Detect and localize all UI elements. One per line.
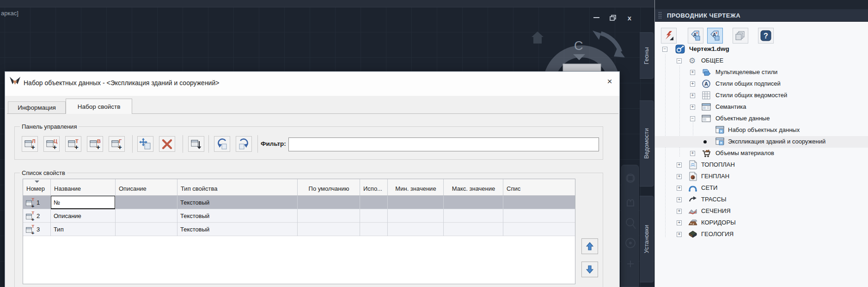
add-logical-property-button[interactable]: Л + xyxy=(22,136,38,152)
column-header-usage[interactable]: Испо... xyxy=(360,179,388,196)
tree-item-мультицелевые-стили[interactable]: +Мультицелевые стили xyxy=(655,67,868,78)
cell-name[interactable]: Тип xyxy=(51,223,116,236)
dialog-close-button[interactable]: × xyxy=(603,75,616,87)
tree-item-объектные-данные[interactable]: −Объектные данные xyxy=(655,113,868,125)
tree-item-генплан[interactable]: +ГЕНПЛАН xyxy=(655,171,868,182)
column-header-name[interactable]: Название xyxy=(51,179,116,196)
tree-item-семантика[interactable]: +Семантика xyxy=(655,101,868,113)
expand-icon[interactable]: + xyxy=(677,186,682,191)
name-edit-cell[interactable]: № xyxy=(51,196,116,209)
expand-icon[interactable]: + xyxy=(677,162,682,168)
dialog-title-bar[interactable]: Набор объектных данных - <Экспликация зд… xyxy=(5,72,619,96)
expand-icon[interactable]: + xyxy=(677,209,682,214)
close-window-button[interactable]: x xyxy=(625,14,634,21)
cell-default[interactable] xyxy=(298,209,360,223)
filter-input[interactable] xyxy=(288,137,599,151)
expand-icon[interactable]: + xyxy=(677,174,682,179)
cell-description[interactable] xyxy=(116,223,177,236)
cell-usage[interactable] xyxy=(360,196,388,209)
cell-name[interactable]: Описание xyxy=(51,209,116,223)
cell-max[interactable] xyxy=(444,196,503,209)
expand-icon[interactable]: + xyxy=(690,105,695,110)
tab-property-set[interactable]: Набор свойств xyxy=(66,99,132,114)
cell-min[interactable] xyxy=(388,196,444,209)
restore-button[interactable] xyxy=(609,14,617,21)
column-header-max[interactable]: Макс. значение xyxy=(444,179,503,196)
expand-icon[interactable]: + xyxy=(677,220,682,225)
column-header-list[interactable]: Спис xyxy=(503,179,575,196)
cell-type[interactable]: Текстовый xyxy=(177,196,298,209)
tree-item-общее[interactable]: −⚙ОБЩЕЕ xyxy=(655,55,868,67)
cell-list[interactable]: <Зн xyxy=(503,196,575,209)
tree-item-коридоры[interactable]: +КОРИДОРЫ xyxy=(655,217,868,229)
edit-classifier-button[interactable] xyxy=(661,28,677,44)
cell-number[interactable]: Т +2 xyxy=(23,209,51,223)
cell-list[interactable]: <Зн xyxy=(503,223,575,236)
move-row-up-button[interactable] xyxy=(581,238,598,254)
expand-icon[interactable]: + xyxy=(677,232,682,237)
table-row[interactable]: Т +1№Текстовый<Зн xyxy=(23,196,575,209)
tree-item-стили-общих-ведомостей[interactable]: +Стили общих ведомостей xyxy=(655,90,868,101)
expand-icon[interactable]: + xyxy=(677,197,682,202)
cell-min[interactable] xyxy=(388,223,444,236)
cell-number[interactable]: Т +1 xyxy=(23,196,51,209)
column-header-description[interactable]: Описание xyxy=(116,179,177,196)
redo-button[interactable] xyxy=(236,136,252,152)
cell-default[interactable] xyxy=(298,223,360,236)
panel-grip-icon[interactable] xyxy=(659,12,661,19)
cell-usage[interactable] xyxy=(360,223,388,236)
move-row-down-button[interactable] xyxy=(581,262,598,277)
cell-description[interactable] xyxy=(116,196,177,209)
tree-item-стили-общих-подписей[interactable]: +AСтили общих подписей xyxy=(655,78,868,90)
tree-item-сети[interactable]: +СЕТИ xyxy=(655,182,868,194)
show-labels-button[interactable]: A xyxy=(688,28,703,44)
tab-information[interactable]: Информация xyxy=(8,101,66,114)
table-row[interactable]: Т +2ОписаниеТекстовый<Зн xyxy=(23,209,575,223)
expand-icon[interactable]: + xyxy=(690,81,695,87)
column-header-type[interactable]: Тип свойства xyxy=(177,179,298,196)
cell-description[interactable] xyxy=(116,209,177,223)
cell-max[interactable] xyxy=(444,223,503,236)
column-header-default[interactable]: По умолчанию xyxy=(298,179,360,196)
expand-icon[interactable]: + xyxy=(690,70,695,75)
side-tab-reports[interactable]: Ведомости xyxy=(640,100,654,187)
tree-item-объемы-материалов[interactable]: +Объемы материалов xyxy=(655,148,868,159)
side-tab-geons[interactable]: Геоны xyxy=(640,32,654,79)
cell-type[interactable]: Текстовый xyxy=(177,223,298,236)
tree-item-набор-объектных-данных[interactable]: Набор объектных данных xyxy=(655,125,868,136)
delete-property-button[interactable] xyxy=(159,136,175,152)
cell-default[interactable] xyxy=(298,196,360,209)
add-real-property-button[interactable]: В + xyxy=(87,136,103,152)
minimize-button[interactable] xyxy=(592,14,600,21)
collapse-icon[interactable]: − xyxy=(677,58,682,63)
undo-button[interactable] xyxy=(214,136,230,152)
expand-icon[interactable]: + xyxy=(690,151,695,156)
side-tab-settings[interactable]: Установки xyxy=(640,196,654,282)
copy-styles-button[interactable] xyxy=(733,28,748,44)
column-header-min[interactable]: Мин. значение xyxy=(388,179,444,196)
collapse-icon[interactable]: − xyxy=(690,116,695,121)
cell-type[interactable]: Текстовый xyxy=(177,209,298,223)
add-text-property-button[interactable]: Т + xyxy=(65,136,81,152)
tree-item-чертеж1-dwg[interactable]: −Чертеж1.dwg xyxy=(655,44,868,55)
panel-header[interactable]: ПРОВОДНИК ЧЕРТЕЖА xyxy=(655,9,868,22)
navigation-bar[interactable] xyxy=(621,165,639,287)
cell-list[interactable]: <Зн xyxy=(503,209,575,223)
expand-icon[interactable]: + xyxy=(690,93,695,98)
tree-item-трассы[interactable]: +ТРАССЫ xyxy=(655,194,868,206)
cell-name[interactable]: № xyxy=(51,196,116,209)
table-row[interactable]: Т +3ТипТекстовый<Зн xyxy=(23,223,575,236)
cell-min[interactable] xyxy=(388,209,444,223)
add-group-property-button[interactable]: Г + xyxy=(109,136,125,152)
move-property-button[interactable] xyxy=(188,136,204,152)
add-integer-property-button[interactable]: Ц + xyxy=(43,136,60,152)
cell-usage[interactable] xyxy=(360,209,388,223)
paste-property-button[interactable] xyxy=(137,136,153,152)
column-header-number[interactable]: Номер xyxy=(23,179,51,196)
collapse-icon[interactable]: − xyxy=(662,47,667,52)
help-button[interactable]: ? xyxy=(758,28,774,44)
cell-number[interactable]: Т +3 xyxy=(23,223,51,236)
show-objects-button[interactable]: A xyxy=(707,28,723,44)
view-compass[interactable]: С В xyxy=(522,23,642,74)
tree-item-топоплан[interactable]: +ТОПОПЛАН xyxy=(655,159,868,171)
